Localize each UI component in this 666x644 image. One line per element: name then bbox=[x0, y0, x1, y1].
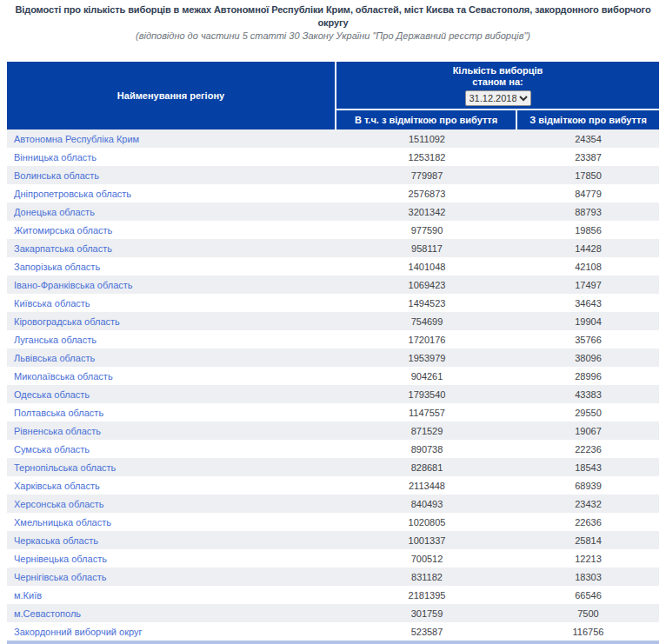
table-row: Сумська область89073822236 bbox=[7, 440, 659, 458]
table-row: Рівненська область87152919067 bbox=[7, 422, 659, 440]
departed-count-cell: 17497 bbox=[517, 280, 659, 290]
voters-count-cell: 840493 bbox=[336, 499, 517, 509]
voters-count-cell: 977590 bbox=[336, 225, 517, 236]
region-link[interactable]: Закарпатська область bbox=[14, 243, 112, 254]
region-cell: Закарпатська область bbox=[7, 243, 336, 254]
region-link[interactable]: Вінницька область bbox=[14, 152, 97, 163]
region-link[interactable]: Черкаська область bbox=[14, 535, 98, 546]
departed-count-cell: 116756 bbox=[517, 627, 659, 637]
region-cell: м.Київ bbox=[7, 590, 336, 601]
region-link[interactable]: Миколаївська область bbox=[14, 371, 113, 382]
region-link[interactable]: Одеська область bbox=[14, 389, 90, 400]
region-link[interactable]: Дніпропетровська область bbox=[14, 189, 131, 199]
voters-count-cell: 3201342 bbox=[336, 207, 517, 217]
voters-count-cell: 2113448 bbox=[336, 481, 517, 491]
region-link[interactable]: Тернопільська область bbox=[14, 462, 116, 473]
region-link[interactable]: Полтавська область bbox=[14, 408, 103, 418]
region-link[interactable]: Закордонний виборчий округ bbox=[14, 627, 143, 637]
region-link[interactable]: Херсонська область bbox=[14, 499, 104, 509]
table-row: Хмельницька область102080522636 bbox=[7, 513, 659, 531]
table-row: м.Київ218139566546 bbox=[7, 586, 659, 604]
table-row: Львівська область195397938096 bbox=[7, 349, 659, 367]
voters-count-cell: 831182 bbox=[336, 572, 517, 582]
region-link[interactable]: Луганська область bbox=[14, 335, 97, 345]
voters-count-cell: 958117 bbox=[336, 243, 517, 254]
voters-count-cell: 2576873 bbox=[336, 189, 517, 199]
departed-count-cell: 17850 bbox=[517, 170, 659, 181]
voters-count-cell: 1401048 bbox=[336, 262, 517, 272]
region-cell: Волинська область bbox=[7, 170, 336, 181]
voters-count-cell: 523587 bbox=[336, 627, 517, 637]
table-header: Найменування регіону Кількість виборців … bbox=[7, 62, 659, 129]
table-row: Київська область149452334643 bbox=[7, 294, 659, 312]
departed-count-cell: 28996 bbox=[517, 371, 659, 382]
voters-count-cell: 754699 bbox=[336, 316, 517, 327]
region-link[interactable]: Рівненська область bbox=[14, 426, 101, 436]
departed-count-cell: 68939 bbox=[517, 481, 659, 491]
region-link[interactable]: Автономна Республіка Крим bbox=[14, 134, 139, 144]
voters-count-cell: 779987 bbox=[336, 170, 517, 181]
voters-count-cell: 871529 bbox=[336, 426, 517, 436]
count-header-line1: Кількість виборців bbox=[336, 65, 659, 76]
departed-count-cell: 7500 bbox=[517, 608, 659, 619]
region-link[interactable]: Хмельницька область bbox=[14, 517, 111, 528]
page-title: Відомості про кількість виборців в межах… bbox=[0, 3, 666, 30]
departed-count-cell: 42108 bbox=[517, 262, 659, 272]
region-link[interactable]: Донецька область bbox=[14, 207, 95, 217]
region-cell: Кіровоградська область bbox=[7, 316, 336, 327]
region-cell: Рівненська область bbox=[7, 426, 336, 436]
page-subtitle: (відповідно до частини 5 статті 30 Закон… bbox=[0, 30, 666, 42]
departed-count-cell: 29550 bbox=[517, 408, 659, 418]
region-link[interactable]: Волинська область bbox=[14, 170, 99, 181]
departed-count-cell: 38096 bbox=[517, 353, 659, 363]
count-header-line2: станом на: bbox=[336, 76, 659, 88]
region-link[interactable]: Житомирська область bbox=[14, 225, 112, 236]
voters-count-cell: 890738 bbox=[336, 444, 517, 455]
table-row: Закарпатська область95811714428 bbox=[7, 239, 659, 257]
table-row: Житомирська область97759019856 bbox=[7, 221, 659, 239]
voters-count-cell: 700512 bbox=[336, 554, 517, 564]
departed-count-cell: 18303 bbox=[517, 572, 659, 582]
table-row: Кіровоградська область75469919904 bbox=[7, 312, 659, 330]
region-link[interactable]: Київська область bbox=[14, 298, 90, 309]
date-select[interactable]: 31.12.2018 bbox=[465, 90, 531, 106]
table-row: Черкаська область100133725814 bbox=[7, 531, 659, 549]
region-link[interactable]: Чернівецька область bbox=[14, 554, 107, 564]
voters-count-cell: 1069423 bbox=[336, 280, 517, 290]
region-link[interactable]: Харківська область bbox=[14, 481, 100, 491]
departed-count-cell: 22236 bbox=[517, 444, 659, 455]
voters-count-cell: 1511092 bbox=[336, 134, 517, 144]
table-row: Тернопільська область82868118543 bbox=[7, 458, 659, 476]
departed-count-cell: 14428 bbox=[517, 243, 659, 254]
region-cell: Одеська область bbox=[7, 389, 336, 400]
voters-count-cell: 904261 bbox=[336, 371, 517, 382]
region-link[interactable]: м.Київ bbox=[14, 590, 42, 601]
departed-count-cell: 43383 bbox=[517, 389, 659, 400]
departed-count-cell: 23432 bbox=[517, 499, 659, 509]
table-row: Запорізька область140104842108 bbox=[7, 257, 659, 276]
region-cell: Чернівецька область bbox=[7, 554, 336, 564]
departed-count-cell: 19856 bbox=[517, 225, 659, 236]
voters-count-cell: 2181395 bbox=[336, 590, 517, 601]
region-link[interactable]: Запорізька область bbox=[14, 262, 100, 272]
table-row: Луганська область172017635766 bbox=[7, 330, 659, 349]
table-row: Чернівецька область70051212213 bbox=[7, 549, 659, 568]
voters-count-cell: 1253182 bbox=[336, 152, 517, 163]
voters-count-cell: 1494523 bbox=[336, 298, 517, 309]
region-cell: Донецька область bbox=[7, 207, 336, 217]
voters-count-cell: 1720176 bbox=[336, 335, 517, 345]
region-link[interactable]: Кіровоградська область bbox=[14, 316, 120, 327]
region-link[interactable]: м.Севастополь bbox=[14, 608, 81, 619]
table-row: Закордонний виборчий округ523587116756 bbox=[7, 622, 659, 641]
region-cell: Полтавська область bbox=[7, 408, 336, 418]
region-cell: Дніпропетровська область bbox=[7, 189, 336, 199]
table-row: Херсонська область84049323432 bbox=[7, 495, 659, 513]
voters-count-cell: 1793540 bbox=[336, 389, 517, 400]
region-link[interactable]: Сумська область bbox=[14, 444, 90, 455]
region-link[interactable]: Львівська область bbox=[14, 353, 95, 363]
region-cell: м.Севастополь bbox=[7, 608, 336, 619]
voters-count-cell: 301759 bbox=[336, 608, 517, 619]
region-link[interactable]: Івано-Франківська область bbox=[14, 280, 133, 290]
region-link[interactable]: Чернігівська область bbox=[14, 572, 106, 582]
table-row: Миколаївська область90426128996 bbox=[7, 367, 659, 385]
